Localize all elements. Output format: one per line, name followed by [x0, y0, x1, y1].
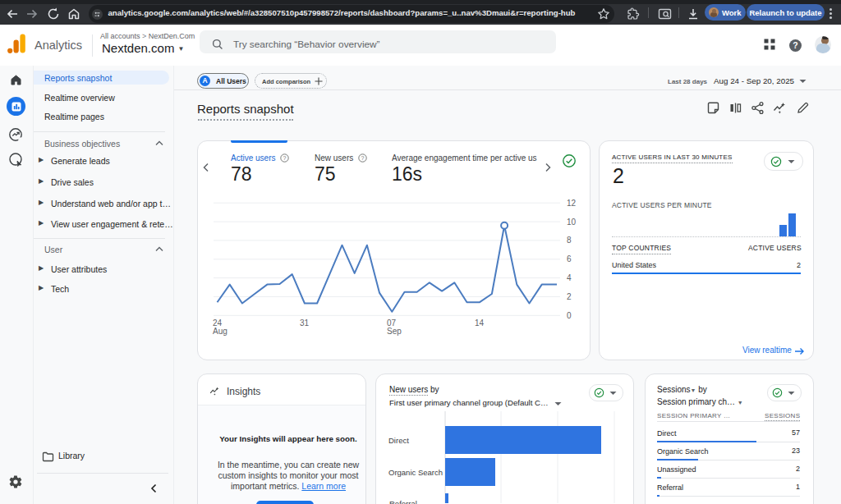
svg-text:Aug: Aug — [213, 327, 227, 336]
svg-text:12: 12 — [567, 199, 577, 208]
svg-text:10: 10 — [567, 218, 577, 227]
svg-text:4: 4 — [567, 273, 572, 282]
svg-text:2: 2 — [567, 292, 572, 301]
svg-text:8: 8 — [567, 236, 572, 245]
svg-text:Sep: Sep — [387, 327, 402, 336]
svg-text:31: 31 — [300, 318, 310, 328]
svg-text:0: 0 — [567, 311, 572, 320]
svg-text:Organic Search: Organic Search — [388, 468, 443, 477]
svg-text:14: 14 — [475, 318, 485, 328]
svg-text:6: 6 — [567, 254, 572, 263]
svg-text:Direct: Direct — [388, 436, 409, 445]
